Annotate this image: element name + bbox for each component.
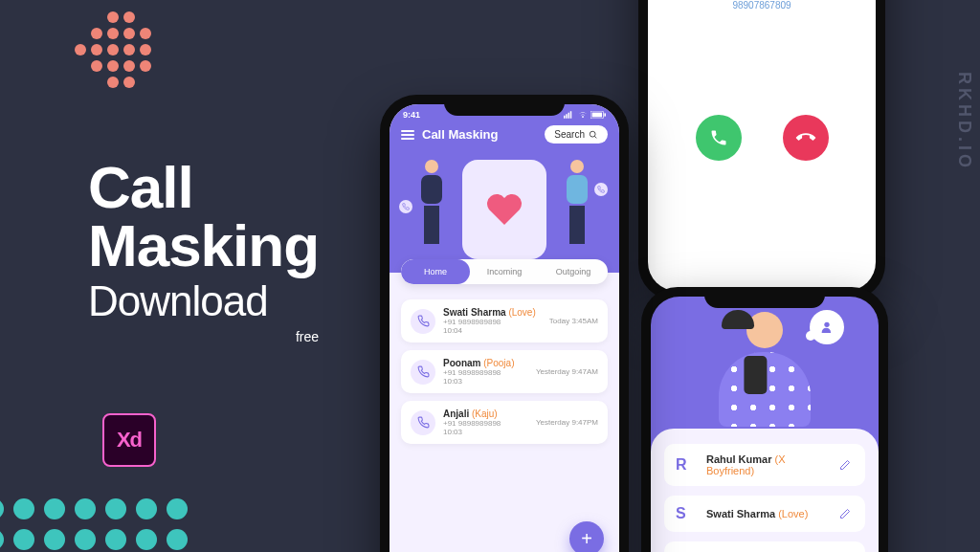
row-phone: +91 9898989898 — [443, 368, 528, 377]
contact-row[interactable]: S Swati Sharma (Love) — [664, 496, 865, 532]
svg-rect-2 — [568, 113, 570, 119]
svg-rect-3 — [570, 111, 572, 119]
illustration-person-left — [411, 160, 453, 252]
add-button[interactable]: + — [569, 521, 604, 552]
row-time: Today 3:45AM — [549, 317, 598, 325]
status-icons — [564, 111, 606, 119]
row-alias: (Kaju) — [472, 408, 498, 419]
edit-icon[interactable] — [836, 456, 854, 474]
tab-outgoing[interactable]: Outgoing — [539, 259, 608, 284]
svg-line-8 — [594, 136, 596, 138]
phone-icon — [411, 410, 435, 435]
row-alias: (Pooja) — [483, 358, 514, 368]
svg-rect-0 — [564, 116, 566, 119]
row-time: Yesterday 9:47AM — [536, 367, 598, 376]
contact-name: Swati Sharma — [706, 508, 775, 519]
hero-line1: Call — [88, 154, 193, 220]
dots-salmon — [75, 11, 151, 88]
contact-row[interactable]: P Poonam (Pooja) — [664, 541, 865, 552]
tabs: Home Incoming Outgoing — [401, 259, 608, 284]
app-title: Call Masking — [422, 127, 498, 142]
row-alias: (Love) — [508, 307, 535, 318]
row-duration: 10:03 — [443, 377, 528, 386]
decline-call-button[interactable] — [783, 115, 829, 161]
call-list: Swati Sharma (Love) +91 9898989898 10:04… — [390, 294, 619, 552]
contacts-illustration — [651, 297, 879, 429]
svg-rect-5 — [592, 113, 602, 118]
call-row[interactable]: Anjali (Kaju) +91 9898989898 10:03 Yeste… — [401, 401, 608, 444]
row-phone: +91 9898989898 — [443, 419, 528, 428]
row-name: Poonam — [443, 358, 480, 368]
speech-bubble-person-icon — [810, 310, 844, 344]
edit-icon[interactable] — [836, 505, 854, 522]
svg-rect-6 — [604, 113, 606, 116]
hero-text: CallMasking Download free — [88, 159, 319, 344]
hero-line3: Download — [88, 277, 319, 325]
contact-row[interactable]: R Rahul Kumar (X Boyfriend) — [664, 444, 865, 486]
row-time: Yesterday 9:47PM — [536, 418, 598, 427]
contact-letter: R — [676, 456, 697, 474]
phone-icon — [411, 309, 435, 334]
status-time: 9:41 — [403, 110, 420, 120]
contact-alias: (Love) — [778, 508, 808, 519]
svg-point-11 — [824, 322, 829, 327]
hero-illustration-card — [462, 160, 546, 259]
row-phone: +91 9898989898 — [443, 318, 542, 326]
call-row[interactable]: Swati Sharma (Love) +91 9898989898 10:04… — [401, 299, 608, 342]
phone-mockup-call: MY HR 98907867809 — [638, 0, 885, 300]
watermark: RKHD.IO — [954, 72, 974, 171]
svg-point-7 — [590, 131, 595, 137]
bubble-phone-icon — [594, 183, 608, 196]
tab-incoming[interactable]: Incoming — [470, 259, 539, 284]
call-row[interactable]: Poonam (Pooja) +91 9898989898 10:03 Yest… — [401, 350, 608, 393]
dots-teal — [0, 498, 188, 552]
heart-icon — [485, 190, 523, 229]
phone-icon — [411, 360, 435, 385]
menu-icon[interactable] — [401, 130, 414, 140]
row-duration: 10:04 — [443, 326, 542, 335]
hero-line2: Masking — [88, 212, 319, 278]
hero-free: free — [88, 329, 319, 344]
search-icon — [589, 130, 598, 140]
contact-letter: S — [676, 505, 697, 522]
adobe-xd-icon: Xd — [102, 413, 156, 467]
illustration-person-right — [556, 160, 598, 252]
row-name: Swati Sharma — [443, 307, 506, 318]
phone-mockup-list: 9:41 Call Masking Search — [380, 95, 629, 552]
bubble-phone-icon — [399, 200, 412, 213]
row-name: Anjali — [443, 408, 469, 419]
row-duration: 10:03 — [443, 428, 528, 436]
accept-call-button[interactable] — [696, 115, 742, 161]
phone-mockup-contacts: R Rahul Kumar (X Boyfriend) S Swati Shar… — [641, 287, 888, 552]
search-label: Search — [554, 129, 585, 140]
tab-home[interactable]: Home — [401, 259, 470, 284]
caller-number: 98907867809 — [648, 0, 876, 11]
svg-rect-1 — [566, 114, 568, 119]
contact-name: Rahul Kumar — [706, 453, 771, 465]
search-button[interactable]: Search — [545, 125, 608, 144]
